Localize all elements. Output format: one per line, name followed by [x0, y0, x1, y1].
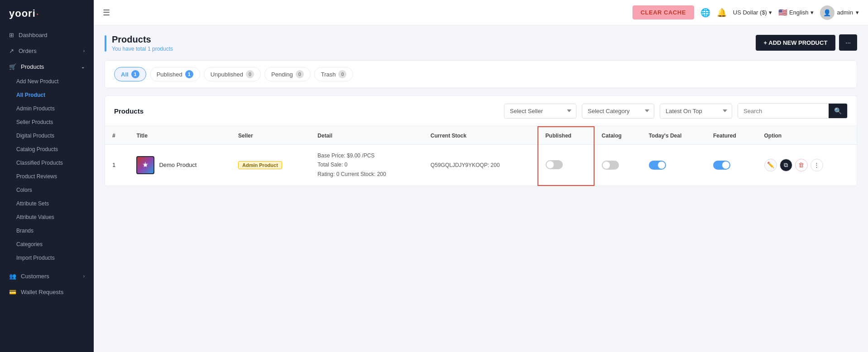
- sidebar-sub-product-reviews[interactable]: Product Reviews: [0, 170, 94, 183]
- featured-toggle[interactable]: [713, 161, 730, 170]
- sidebar-sub-label: Add New Product: [16, 78, 58, 85]
- search-input[interactable]: [738, 104, 829, 118]
- action-icons: ✏️ ⧉ 🗑 ⋮: [764, 159, 849, 171]
- logo-dot: ·: [36, 7, 39, 20]
- sidebar-sub-import-products[interactable]: Import Products: [0, 251, 94, 265]
- page-subtitle: You have total 1 products: [112, 46, 173, 52]
- sidebar-sub-colors[interactable]: Colors: [0, 183, 94, 197]
- dashboard-icon: ⊞: [9, 32, 14, 38]
- avatar: 👤: [820, 5, 834, 20]
- col-num: #: [105, 127, 129, 145]
- sidebar-logo: yoori·: [0, 0, 94, 27]
- table-row: 1 Demo Product: [105, 145, 857, 186]
- cell-catalog: [594, 145, 642, 186]
- sidebar-sub-label: All Product: [16, 92, 45, 98]
- sidebar-sub-catalog-products[interactable]: Catalog Products: [0, 143, 94, 156]
- hamburger-icon[interactable]: ☰: [103, 8, 110, 18]
- sidebar-sub-all-product[interactable]: All Product: [0, 88, 94, 102]
- sidebar-sub-label: Attribute Values: [16, 214, 54, 220]
- page-actions: + ADD NEW PRODUCT ···: [756, 34, 857, 51]
- sidebar-sub-attribute-sets[interactable]: Attribute Sets: [0, 197, 94, 210]
- catalog-toggle-wrap: [602, 161, 634, 170]
- sidebar-sub-attribute-values[interactable]: Attribute Values: [0, 210, 94, 224]
- col-todays-deal: Today's Deal: [642, 127, 706, 145]
- language-selector[interactable]: 🇺🇸 English ▾: [778, 8, 814, 17]
- sidebar-sub-label: Digital Products: [16, 133, 54, 139]
- catalog-toggle[interactable]: [602, 161, 619, 170]
- sidebar-sub-brands[interactable]: Brands: [0, 224, 94, 238]
- filter-tabs: All 1 Published 1 Unpublished 0 Pending …: [105, 60, 857, 88]
- copy-button[interactable]: ⧉: [780, 159, 792, 171]
- sidebar-item-wallet-requests[interactable]: 💳 Wallet Requests: [0, 284, 94, 300]
- add-new-product-button[interactable]: + ADD NEW PRODUCT: [756, 35, 836, 51]
- sidebar-item-label: Wallet Requests: [21, 289, 63, 295]
- sidebar-sub-label: Catalog Products: [16, 146, 58, 152]
- sidebar-item-products[interactable]: 🛒 Products ⌄: [0, 59, 94, 75]
- sidebar-sub-label: Brands: [16, 228, 34, 234]
- todays-deal-toggle[interactable]: [649, 161, 666, 170]
- sidebar-item-label: Orders: [19, 48, 37, 54]
- tab-pending[interactable]: Pending 0: [264, 67, 311, 81]
- sidebar-sub-admin-products[interactable]: Admin Products: [0, 102, 94, 115]
- tab-all[interactable]: All 1: [114, 67, 146, 81]
- sidebar-sub-classified-products[interactable]: Classified Products: [0, 156, 94, 170]
- tab-all-badge: 1: [131, 70, 139, 78]
- tab-published-badge: 1: [185, 70, 193, 78]
- select-sort[interactable]: Latest On Top: [660, 104, 732, 119]
- sidebar-item-orders[interactable]: ↗ Orders ›: [0, 43, 94, 59]
- sidebar-sub-add-new-product[interactable]: Add New Product: [0, 75, 94, 88]
- page-title: Products: [112, 34, 173, 45]
- sidebar-item-customers[interactable]: 👥 Customers ›: [0, 268, 94, 284]
- product-info: Demo Product: [136, 156, 224, 174]
- tab-published-label: Published: [157, 71, 182, 78]
- col-catalog: Catalog: [594, 127, 642, 145]
- edit-button[interactable]: ✏️: [764, 159, 777, 171]
- logo-text: yoori: [9, 8, 36, 19]
- sidebar-sub-digital-products[interactable]: Digital Products: [0, 129, 94, 143]
- stock-text: Q59GQLJDJY9YKOQP: 200: [431, 162, 500, 168]
- search-button[interactable]: 🔍: [829, 104, 847, 118]
- products-table: # Title Seller Detail Current Stock Publ…: [105, 126, 857, 186]
- content-area: Products You have total 1 products + ADD…: [94, 25, 868, 352]
- select-seller[interactable]: Select Seller: [504, 104, 576, 119]
- sidebar-item-dashboard[interactable]: ⊞ Dashboard: [0, 27, 94, 43]
- lang-chevron-icon: ▾: [810, 9, 814, 16]
- sidebar-sub-label: Classified Products: [16, 160, 63, 166]
- sidebar-sub-seller-products[interactable]: Seller Products: [0, 115, 94, 129]
- clear-cache-button[interactable]: CLEAR CACHE: [633, 5, 694, 19]
- published-toggle[interactable]: [546, 160, 563, 169]
- page-title-area: Products You have total 1 products: [105, 34, 756, 52]
- tab-unpublished[interactable]: Unpublished 0: [204, 67, 261, 81]
- cell-num: 1: [105, 145, 129, 186]
- products-table-card: Products Select Seller Select Category L…: [105, 95, 857, 186]
- product-name: Demo Product: [159, 162, 197, 168]
- detail-text: Base Price: $9.00 /PCS Total Sale: 0 Rat…: [317, 151, 416, 179]
- sidebar-sub-label: Colors: [16, 187, 32, 193]
- seller-badge: Admin Product: [238, 161, 282, 169]
- more-actions-button[interactable]: ⋮: [810, 159, 823, 171]
- col-option: Option: [757, 127, 857, 145]
- tab-pending-badge: 0: [296, 70, 304, 78]
- delete-button[interactable]: 🗑: [795, 159, 808, 171]
- currency-selector[interactable]: US Dollar ($) ▾: [733, 9, 772, 16]
- todays-deal-toggle-wrap: [649, 161, 699, 170]
- globe-icon[interactable]: 🌐: [700, 8, 710, 18]
- sidebar-sub-categories[interactable]: Categories: [0, 238, 94, 251]
- admin-menu[interactable]: 👤 admin ▾: [820, 5, 859, 20]
- search-icon: 🔍: [834, 107, 842, 114]
- featured-toggle-wrap: [713, 161, 750, 170]
- tab-published[interactable]: Published 1: [150, 67, 200, 81]
- select-category[interactable]: Select Category: [582, 104, 654, 119]
- cell-seller: Admin Product: [231, 145, 310, 186]
- cell-todays-deal: [642, 145, 706, 186]
- language-label: English: [789, 9, 809, 16]
- sidebar-item-label: Dashboard: [19, 32, 48, 38]
- sidebar-sub-label: Seller Products: [16, 119, 53, 125]
- tab-unpublished-label: Unpublished: [211, 71, 243, 78]
- table-header-row: # Title Seller Detail Current Stock Publ…: [105, 127, 857, 145]
- cell-featured: [706, 145, 757, 186]
- tab-trash[interactable]: Trash 0: [314, 67, 354, 81]
- more-options-button[interactable]: ···: [839, 34, 857, 51]
- bell-icon[interactable]: 🔔: [717, 8, 727, 18]
- wallet-icon: 💳: [9, 289, 16, 295]
